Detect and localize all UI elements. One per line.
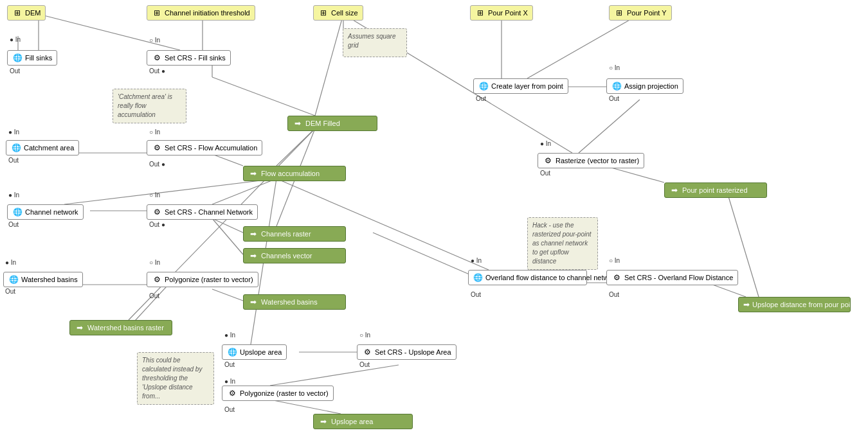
catchment-comment: 'Catchment area' is really flow accumula… [113, 89, 186, 123]
watershed-basins-node[interactable]: 🌐 Watershed basins [3, 272, 83, 287]
catchment-icon: 🌐 [11, 143, 21, 153]
catchment-label: Catchment area [24, 144, 74, 152]
svg-line-34 [270, 365, 399, 386]
channel-net-in-label: ● In [8, 191, 19, 199]
dem-node[interactable]: ⊞ DEM [7, 5, 46, 21]
create-layer-out-label: Out [476, 95, 486, 102]
set-crs-flow-in-label: ○ In [149, 129, 160, 136]
watershed-out-label: Out [5, 288, 15, 295]
flow-accum-icon: ➡ [248, 168, 258, 179]
set-crs-overland-node[interactable]: ⚙ Set CRS - Overland Flow Distance [606, 270, 738, 285]
upslope-dist-icon: ➡ [743, 299, 750, 310]
channels-vector-node[interactable]: ➡ Channels vector [243, 248, 346, 263]
watershed-in-label: ● In [5, 259, 16, 266]
channel-network-node[interactable]: 🌐 Channel network [7, 204, 84, 220]
polygonize2-out-label: Out [224, 406, 235, 413]
upslope-area-proc-node[interactable]: ➡ Upslope area [313, 414, 413, 429]
set-crs-channel-node[interactable]: ⚙ Set CRS - Channel Network [147, 204, 258, 220]
connections-svg [0, 0, 868, 435]
fill-sinks-node[interactable]: 🌐 Fill sinks [7, 50, 57, 66]
cell-size-comment: Assumes square grid [343, 28, 407, 57]
set-crs-upslope-node[interactable]: ⚙ Set CRS - Upslope Area [357, 344, 457, 360]
cell-size-label: Cell size [331, 9, 358, 17]
set-crs-upslope-out-label: Out [359, 361, 370, 368]
flow-accum-node[interactable]: ➡ Flow accumulation [243, 166, 346, 181]
watershed-icon: 🌐 [8, 274, 19, 285]
upslope-area-label: Upslope area [240, 348, 282, 356]
set-crs-upslope-label: Set CRS - Upslope Area [375, 348, 451, 356]
assign-proj-out-label: Out [609, 95, 619, 102]
pour-y-icon: ⊞ [614, 8, 624, 18]
watershed-raster-label: Watershed basins raster [87, 324, 164, 332]
svg-line-15 [212, 179, 276, 204]
set-crs-fill-node[interactable]: ⚙ Set CRS - Fill sinks [147, 50, 231, 66]
fill-sinks-label: Fill sinks [25, 54, 52, 62]
overland-flow-icon: 🌐 [473, 272, 483, 283]
svg-line-9 [276, 129, 315, 166]
polygonize2-label: Polygonize (raster to vector) [240, 389, 329, 397]
pour-x-icon: ⊞ [475, 8, 485, 18]
polygonize-icon: ⚙ [152, 274, 162, 285]
upslope-dist-label: Upslope distance from pour point [752, 301, 856, 308]
upslope-dist-node[interactable]: ➡ Upslope distance from pour point [738, 297, 851, 312]
upslope-area-proc-icon: ➡ [318, 416, 329, 427]
dem-label: DEM [25, 9, 41, 17]
cell-size-node[interactable]: ⊞ Cell size [313, 5, 363, 21]
set-crs-overland-icon: ⚙ [611, 272, 622, 283]
svg-line-24 [527, 14, 640, 78]
set-crs-flow-out-label: Out ● [149, 161, 165, 168]
set-crs-overland-out-label: Out [609, 291, 619, 298]
channels-raster-label: Channels raster [261, 230, 311, 238]
polygonize2-node[interactable]: ⚙ Polygonize (raster to vector) [222, 386, 334, 401]
polygonize-in-label: ○ In [149, 259, 160, 266]
set-crs-fill-out-label: Out ● [149, 67, 165, 75]
assign-proj-icon: 🌐 [611, 81, 622, 91]
pour-point-x-node[interactable]: ⊞ Pour Point X [470, 5, 533, 21]
assign-proj-in-label: ○ In [609, 64, 620, 71]
cell-size-icon: ⊞ [318, 8, 329, 18]
svg-line-17 [212, 218, 243, 233]
dem-filled-node[interactable]: ➡ DEM Filled [287, 116, 377, 131]
rasterize-icon: ⚙ [543, 155, 553, 166]
svg-line-26 [579, 100, 640, 153]
pour-point-rasterized-node[interactable]: ➡ Pour point rasterized [664, 182, 767, 198]
polygonize-label: Polygonize (raster to vector) [165, 276, 253, 283]
upslope-area-proc-label: Upslope area [331, 418, 373, 425]
polygonize2-icon: ⚙ [227, 388, 237, 398]
watershed-basins-proc-node[interactable]: ➡ Watershed basins [243, 294, 346, 310]
set-crs-flow-node[interactable]: ⚙ Set CRS - Flow Accumulation [147, 140, 262, 155]
channels-raster-node[interactable]: ➡ Channels raster [243, 226, 346, 242]
watershed-proc-icon: ➡ [248, 297, 258, 307]
upslope-comment: This could be calculated instead by thre… [137, 352, 214, 405]
create-layer-node[interactable]: 🌐 Create layer from point [473, 78, 568, 94]
flow-accum-label: Flow accumulation [261, 170, 320, 177]
upslope-area-out-label: Out [224, 361, 235, 368]
svg-line-8 [315, 14, 343, 116]
fill-sinks-icon: 🌐 [12, 53, 23, 63]
watershed-raster-icon: ➡ [75, 323, 85, 333]
overland-flow-node[interactable]: 🌐 Overland flow distance to channel netw… [468, 270, 587, 285]
pour-point-y-node[interactable]: ⊞ Pour Point Y [609, 5, 672, 21]
rasterize-in-label: ● In [540, 140, 551, 147]
polygonize-node[interactable]: ⚙ Polygonize (raster to vector) [147, 272, 258, 287]
rasterize-label: Rasterize (vector to raster) [556, 157, 639, 164]
assign-projection-node[interactable]: 🌐 Assign projection [606, 78, 683, 94]
assign-proj-label: Assign projection [624, 82, 678, 90]
channel-init-thresh-node[interactable]: ⊞ Channel initiation threshold [147, 5, 255, 21]
upslope-area-icon: 🌐 [227, 347, 237, 357]
workflow-canvas: ⊞ DEM ⊞ Channel initiation threshold ⊞ C… [0, 0, 868, 435]
hack-comment: Hack - use the rasterized pour-point as … [527, 217, 598, 270]
set-crs-upslope-in-label: ○ In [359, 332, 370, 339]
svg-line-18 [212, 218, 243, 254]
channel-network-label: Channel network [25, 208, 78, 216]
watershed-basins-raster-node[interactable]: ➡ Watershed basins raster [69, 320, 172, 335]
upslope-area-in-label: ● In [224, 332, 235, 339]
set-crs-fill-icon: ⚙ [152, 53, 162, 63]
rasterize-node[interactable]: ⚙ Rasterize (vector to raster) [538, 153, 644, 168]
upslope-area-node[interactable]: 🌐 Upslope area [222, 344, 287, 360]
catchment-area-node[interactable]: 🌐 Catchment area [6, 140, 79, 155]
channels-vector-icon: ➡ [248, 251, 258, 261]
pour-x-label: Pour Point X [488, 9, 528, 17]
channels-vector-label: Channels vector [261, 252, 312, 260]
svg-line-21 [212, 289, 243, 301]
